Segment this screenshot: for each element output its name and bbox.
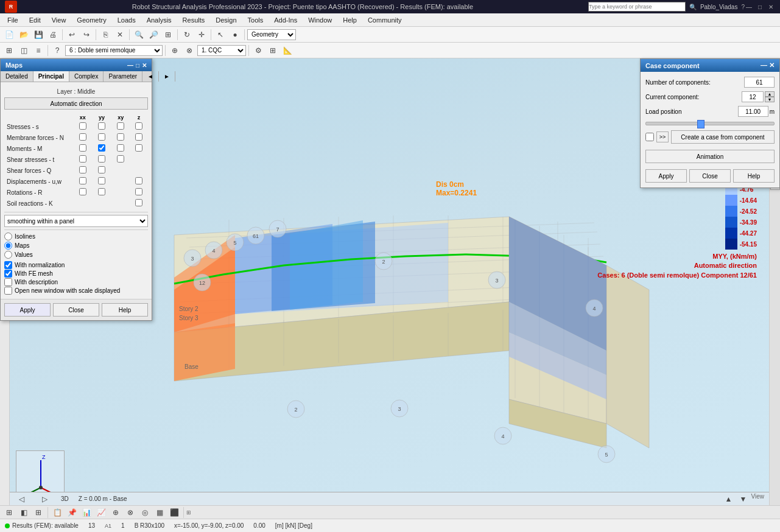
zoom-all-btn[interactable]: ⊞ [161,29,175,41]
cb-Membrane-forces---N-yy[interactable] [98,133,105,141]
maps-minimize-btn[interactable]: — [127,62,133,69]
node-btn[interactable]: ● [228,29,242,41]
cb-Stresses---s-xx[interactable] [79,122,86,130]
load-position-value[interactable] [738,106,768,117]
cb-Stresses---s-z[interactable] [135,122,142,130]
cb-Rotations---R-z[interactable] [135,188,142,195]
cb-Membrane-forces---N-xy[interactable] [117,133,124,141]
case-minimize-btn[interactable]: — [761,61,767,69]
scroll-right-btn[interactable]: ▷ [38,493,51,505]
extra-cb-0[interactable]: With normalization [4,261,148,269]
tab-prev[interactable]: ◄ [142,71,159,82]
bt-btn2[interactable]: ◧ [17,506,30,519]
menu-addins[interactable]: Add-Ins [269,15,302,25]
copy-btn[interactable]: ⎘ [99,29,112,41]
cb-Shear-forces---Q-xx[interactable] [79,166,86,173]
maps-apply-btn[interactable]: Apply [4,303,51,317]
cb-Soil-reactions---K-z[interactable] [135,199,142,206]
load-case-dropdown[interactable]: 6 : Doble semi remolque [65,45,163,56]
tb2-btn4[interactable]: ? [51,44,64,57]
cb-Stresses---s-yy[interactable] [98,122,105,130]
move-btn[interactable]: ✛ [195,29,208,41]
geometry-dropdown[interactable]: Geometry [247,29,296,40]
open-btn[interactable]: 📂 [17,29,30,41]
cb-Moments---M-xx[interactable] [79,144,86,152]
menu-community[interactable]: Community [363,15,407,25]
bt-btn7[interactable]: 📈 [94,506,108,519]
tb2-btn3[interactable]: ≡ [32,44,45,57]
tb2-more3[interactable]: 📐 [281,44,294,57]
cb-Displacements---u,w-yy[interactable] [98,177,105,184]
search-icon[interactable]: 🔍 [689,4,697,10]
bt-btn10[interactable]: ◎ [138,506,152,519]
cb-Shear-stresses---t-yy[interactable] [98,155,105,163]
smoothing-select[interactable]: smoothing within a panel [4,215,148,227]
scroll-left-btn[interactable]: ◁ [15,493,28,505]
create-case-btn[interactable]: Create a case from component [671,130,775,144]
cb-Membrane-forces---N-z[interactable] [135,133,142,141]
bt-btn9[interactable]: ⊗ [124,506,137,519]
position-slider-track[interactable] [645,122,775,125]
tb2-btn5[interactable]: ⊕ [168,44,181,57]
tb2-more2[interactable]: ⊞ [266,44,279,57]
cb-Rotations---R-yy[interactable] [98,188,105,195]
scroll-up-btn[interactable]: ▲ [722,493,736,505]
component-down-btn[interactable]: ▼ [765,97,775,102]
cb-Membrane-forces---N-xx[interactable] [79,133,86,141]
zoom-out-btn[interactable]: 🔎 [147,29,160,41]
bt-btn8[interactable]: ⊕ [109,506,122,519]
bt-btn3[interactable]: ⊞ [32,506,45,519]
menu-help[interactable]: Help [338,15,362,25]
tb2-btn1[interactable]: ⊞ [2,44,16,57]
zoom-in-btn[interactable]: 🔍 [132,29,146,41]
new-btn[interactable]: 📄 [2,29,16,41]
maps-maximize-btn[interactable]: □ [136,62,139,69]
cb-Moments---M-xy[interactable] [117,144,124,152]
case-close-btn[interactable]: Close [689,169,731,183]
cb-Shear-forces---Q-yy[interactable] [98,166,105,173]
current-component-value[interactable] [742,91,764,102]
tab-complex[interactable]: Complex [69,71,104,82]
tab-principal[interactable]: Principal [33,71,69,82]
menu-file[interactable]: File [2,15,23,25]
save-btn[interactable]: 💾 [32,29,45,41]
scroll-down-btn[interactable]: ▼ [737,493,750,505]
bt-btn1[interactable]: ⊞ [2,506,16,519]
menu-window[interactable]: Window [303,15,337,25]
animation-btn[interactable]: Animation [645,150,775,163]
tb2-btn6[interactable]: ⊗ [183,44,196,57]
num-components-value[interactable] [744,77,775,88]
keyword-search[interactable] [588,2,686,12]
menu-design[interactable]: Design [211,15,241,25]
tab-detailed[interactable]: Detailed [1,71,33,82]
component-checkbox[interactable] [645,133,654,141]
cb-Shear-stresses---t-xy[interactable] [117,155,124,163]
cb-Displacements---u,w-z[interactable] [135,177,142,184]
menu-results[interactable]: Results [178,15,210,25]
bt-btn5[interactable]: 📌 [65,506,79,519]
menu-analysis[interactable]: Analysis [142,15,177,25]
maximize-button[interactable]: □ [756,2,764,11]
case-help-btn[interactable]: Help [733,169,775,183]
cb-Shear-stresses---t-xx[interactable] [79,155,86,163]
bt-btn4[interactable]: 📋 [51,506,64,519]
component-arrow-btn[interactable]: >> [656,131,669,142]
menu-tools[interactable]: Tools [243,15,269,25]
cqc-dropdown[interactable]: 1. CQC [197,45,246,56]
close-button[interactable]: ✕ [767,2,775,11]
bt-btn12[interactable]: ⬛ [167,506,181,519]
radio-isolines[interactable]: Isolines [4,233,148,240]
maps-close-btn[interactable]: Close [53,303,99,317]
cb-Displacements---u,w-xx[interactable] [79,177,86,184]
tb2-btn2[interactable]: ◫ [17,44,30,57]
extra-cb-2[interactable]: With description [4,278,148,286]
cb-Stresses---s-xy[interactable] [117,122,124,130]
component-up-btn[interactable]: ▲ [765,91,775,97]
maps-help-btn[interactable]: Help [102,303,148,317]
tab-next[interactable]: ► [159,71,175,82]
rotate-btn[interactable]: ↻ [180,29,194,41]
menu-view[interactable]: View [47,15,71,25]
bt-btn6[interactable]: 📊 [80,506,93,519]
tb2-more1[interactable]: ⚙ [251,44,265,57]
case-close-btn[interactable]: ✕ [769,61,775,69]
